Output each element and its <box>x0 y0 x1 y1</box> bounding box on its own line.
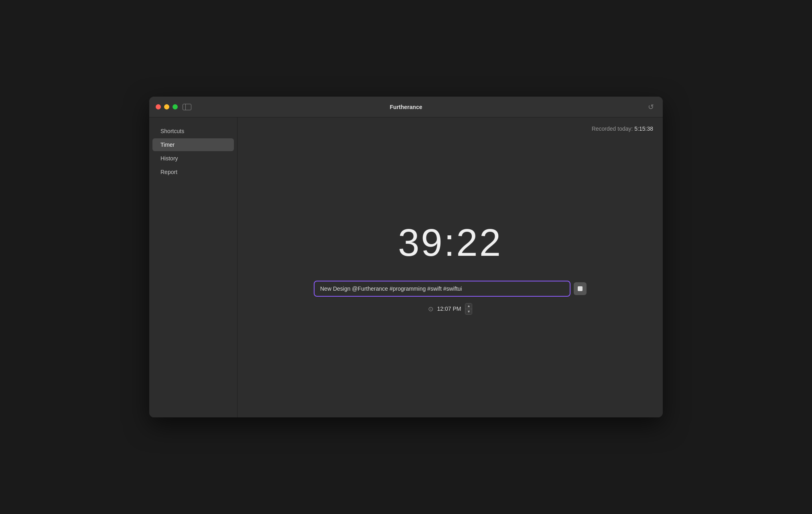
timer-display: 39:22 <box>398 221 502 265</box>
main-content: Recorded today: 5:15:38 39:22 ⊙ 12:07 PM… <box>238 117 663 417</box>
task-input-row <box>314 281 587 297</box>
sidebar-item-history[interactable]: History <box>152 152 234 165</box>
time-row: ⊙ 12:07 PM ▲ ▼ <box>428 303 473 315</box>
maximize-button[interactable] <box>173 104 178 109</box>
sidebar-item-report[interactable]: Report <box>152 166 234 178</box>
stop-icon <box>578 286 583 291</box>
app-window: Furtherance ↺ Shortcuts Timer History Re… <box>149 97 663 417</box>
sidebar-toggle-icon <box>183 104 191 110</box>
task-input[interactable] <box>314 281 570 297</box>
content-area: Shortcuts Timer History Report Recorded … <box>149 117 663 417</box>
window-title: Furtherance <box>390 104 422 110</box>
sidebar-toggle-button[interactable] <box>183 103 193 111</box>
clock-icon: ⊙ <box>428 305 433 313</box>
recorded-time: 5:15:38 <box>634 125 653 132</box>
recorded-label: Recorded today: <box>592 125 635 132</box>
refresh-button[interactable]: ↺ <box>645 101 656 113</box>
sidebar-item-timer[interactable]: Timer <box>152 138 234 151</box>
time-stepper[interactable]: ▲ ▼ <box>465 303 472 315</box>
start-time-value: 12:07 PM <box>437 306 461 312</box>
minimize-button[interactable] <box>164 104 169 109</box>
sidebar: Shortcuts Timer History Report <box>149 117 238 417</box>
recorded-today-display: Recorded today: 5:15:38 <box>592 125 653 132</box>
stop-button[interactable] <box>574 282 587 295</box>
close-button[interactable] <box>156 104 161 109</box>
titlebar-right: ↺ <box>645 101 656 113</box>
traffic-lights <box>156 104 178 109</box>
titlebar: Furtherance ↺ <box>149 97 663 117</box>
stepper-up-button[interactable]: ▲ <box>465 304 472 309</box>
sidebar-item-shortcuts[interactable]: Shortcuts <box>152 125 234 138</box>
stepper-down-button[interactable]: ▼ <box>465 309 472 314</box>
